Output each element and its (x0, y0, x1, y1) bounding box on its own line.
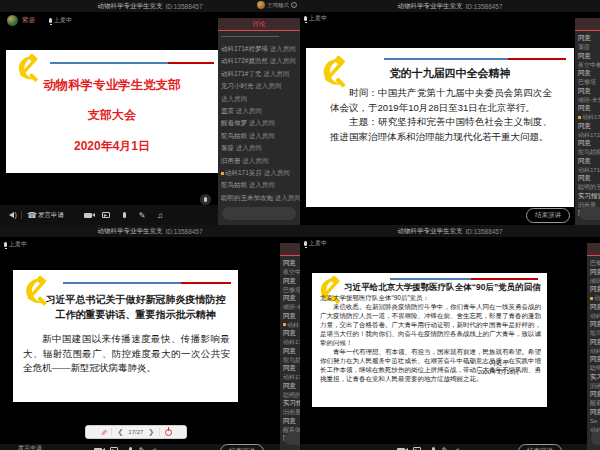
chat-reply-message: 动科171#丁元 同意 (578, 167, 600, 183)
slide3-title: 习近平总书记关于做好新冠肺炎疫情防控工作的重要讲话、重要指示批示精神 (41, 292, 230, 322)
end-present-button[interactable]: 结束演讲 (526, 208, 570, 223)
mic-toggle-icon[interactable] (124, 444, 136, 450)
chat-join-message: 进入房间 (221, 93, 300, 105)
end-present-button[interactable]: 结束演讲 (518, 444, 562, 450)
camera-icon[interactable] (92, 444, 104, 450)
room-id: ID:13588457 (465, 228, 502, 235)
chat-reply-message: 动科171英芬 同意 (590, 295, 600, 311)
chat-sidebar: 讨论 同意 蒹葭 同意 夜空中最亮 同意 巴黎塔 同意 倾听-未知 同意 (575, 18, 600, 225)
music-icon[interactable]: ♫ (154, 209, 166, 221)
chat-reply-message: 蒹葭 同意 (578, 44, 600, 60)
slide-epidemic: 习近平总书记关于做好新冠肺炎疫情防控工作的重要讲话、重要指示批示精神 新中国建国… (13, 270, 238, 402)
avatar (7, 15, 18, 26)
slide2-body: 时间：中国共产党第十九届中央委员会第四次全体会议，于2019年10月28日至31… (330, 86, 552, 144)
slide-plenary: 党的十九届四中全会精神 时间：中国共产党第十九届中央委员会第四次全体会议，于20… (306, 48, 574, 207)
slide2-time: 时间：中国共产党第十九届中央委员会第四次全体会议，于2019年10月28日至31… (330, 86, 552, 115)
slide4-para1: 来信收悉。在新冠肺炎疫情防控斗争中，你们青年人同在一线英勇奋战的广大疫情防控人员… (320, 302, 541, 347)
chat-reply-list: 同意 夜空中最亮 同意 巴黎塔 同意 倾听-未知 同意 动科171英芬 同意 动… (280, 256, 300, 444)
meeting-window-letter-slide: 动物科学专业学生党支 ID:13588457 上麦中 习近平给北京大学援鄂医疗队… (300, 225, 600, 450)
chat-reply-message: 巴黎塔 同意 (283, 287, 300, 303)
end-present-button[interactable]: 结束演讲 (220, 444, 264, 450)
on-mic-status: 上麦中 (304, 14, 327, 23)
chat-reply-message: 鸵鸟姑娘 同意 (283, 357, 300, 373)
chat-input[interactable] (579, 207, 600, 220)
chat-join-message: 见习小时光 进入房间 (221, 80, 300, 92)
chat-reply-message: 聪明的玉米加农炮 实习报告 (283, 392, 300, 408)
mic-icon (49, 18, 52, 23)
chat-reply-message: 倾听-未知 同意 (590, 278, 600, 294)
annotate-icon[interactable]: ✎ (439, 444, 451, 450)
meeting-window-plenary-slide: 动物科学专业学生党支 ID:13588457 上麦中 党的十九届四中全会精神 时… (300, 0, 600, 225)
chat-reply-message: 动科172#蔡浩然 同意 (283, 339, 300, 355)
screen-share-icon[interactable] (100, 209, 112, 221)
music-icon[interactable]: ♫ (451, 444, 463, 450)
member-dot-icon (590, 297, 593, 300)
controls-divider (159, 428, 160, 436)
discussion-tab[interactable]: 讨论 (587, 243, 600, 256)
info-icon[interactable]: i (291, 2, 297, 8)
chat-input[interactable] (222, 207, 296, 220)
next-page-icon[interactable]: ❯ (148, 428, 154, 436)
mic-toggle-icon[interactable] (118, 209, 130, 221)
slide1-date: 2020年4月1日 (6, 138, 218, 155)
speaker-name: 紫菱 (22, 16, 35, 25)
chat-input[interactable] (591, 432, 600, 445)
end-show-icon[interactable] (165, 429, 172, 436)
window-title: 动物科学专业学生党支 (97, 2, 162, 11)
party-emblem-icon (316, 56, 350, 90)
chat-reply-message: 动科171英芬 同意 (283, 322, 300, 338)
chat-reply-message: Se (590, 418, 600, 426)
annotate-icon[interactable]: ✎ (136, 209, 148, 221)
prev-page-icon[interactable]: ❮ (117, 428, 123, 436)
request-speak-label[interactable]: 发言申请 (18, 444, 42, 450)
slide2-title: 党的十九届四中全会精神 (346, 66, 554, 81)
toolbar-sliver: 发言申请 ✎ ♫ 结束演讲 (0, 444, 300, 450)
mic-icon (304, 241, 307, 246)
discussion-tab[interactable]: 讨论 (280, 243, 300, 256)
music-icon[interactable]: ♫ (148, 444, 160, 450)
float-mic-button[interactable] (200, 194, 211, 205)
chat-reply-message: 聪明的玉米加农炮 实习报告 (590, 365, 600, 381)
chat-input[interactable] (284, 432, 300, 445)
chat-join-message: 动科171#丁元 进入房间 (221, 68, 300, 80)
screen-share-icon[interactable] (411, 444, 423, 450)
phone-icon[interactable]: ☎ (26, 209, 38, 221)
presenter-avatar (257, 1, 265, 9)
discussion-tab[interactable]: 讨论 (575, 18, 600, 31)
discussion-tab-label: 讨论 (253, 20, 266, 29)
slide-divider (63, 282, 231, 284)
clipped-message-line (221, 36, 279, 37)
slide3-body: 新中国建国以来传播速度最快、传播影响最大、辐射范围最广、防控难度最大的一次公共安… (23, 332, 230, 376)
page-indicator: 17/27 (128, 429, 143, 435)
chat-join-message: 醒着做梦 进入房间 (221, 117, 300, 129)
annotate-icon[interactable]: ✎ (136, 444, 148, 450)
member-dot-icon (578, 116, 581, 119)
chat-join-message: 动科172#蔡浩然 进入房间 (221, 55, 300, 67)
camera-icon[interactable] (395, 444, 407, 450)
request-speak-label[interactable]: 发言申请 (38, 211, 64, 220)
slide-divider (50, 62, 214, 64)
pen-tool-icon[interactable]: ✎ (99, 429, 108, 436)
room-id: ID:13588457 (165, 228, 202, 235)
mic-toggle-icon[interactable] (427, 444, 439, 450)
screen-share-icon[interactable] (108, 444, 120, 450)
chat-join-message: 聪明的玉米加农炮 进入房间 (221, 192, 300, 204)
slide4-date: 2020年3月15日 (478, 368, 519, 377)
slide4-signature: 习近平 (490, 359, 510, 368)
presenter-badge[interactable]: 王玮楠式 i (257, 1, 297, 9)
chat-reply-message: 夜空中最亮 同意 (283, 269, 300, 285)
chat-reply-message: 旧画册 同意 (283, 409, 300, 425)
room-id: ID:13588457 (465, 3, 502, 10)
window-titlebar: 动物科学专业学生党支 ID:13588457 (0, 0, 300, 12)
on-mic-status: 上麦中 (4, 240, 27, 249)
speaker-row: 紫菱 上麦中 (7, 15, 72, 26)
window-titlebar: 动物科学专业学生党支 ID:13588457 (0, 225, 300, 237)
chat-reply-message: 同意 (578, 34, 600, 42)
camera-icon[interactable] (82, 209, 94, 221)
toolbar-divider (21, 211, 22, 219)
chat-reply-message: 动科171#丁元 同意 (590, 348, 600, 364)
meeting-window-epidemic-slide: 动物科学专业学生党支 ID:13588457 上麦中 习近平总书记关于做好新冠肺… (0, 225, 300, 450)
member-dot-icon (221, 172, 224, 175)
discussion-tab[interactable]: 讨论 (218, 18, 300, 31)
speaker-volume-icon[interactable] (5, 209, 17, 221)
